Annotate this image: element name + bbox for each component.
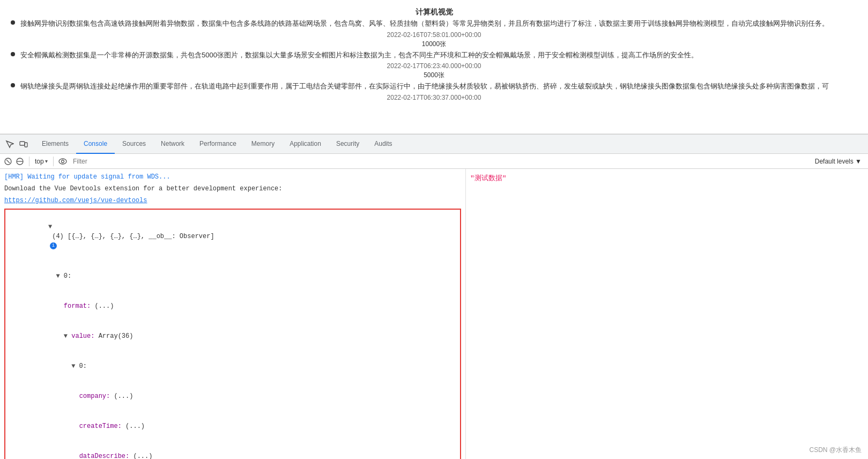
tab-audits[interactable]: Audits — [367, 135, 399, 154]
toolbar-divider-2 — [53, 157, 54, 166]
eye-icon[interactable] — [58, 157, 68, 166]
console-line-devtools: Download the Vue Devtools extension for … — [0, 183, 465, 195]
info-icon[interactable]: i — [50, 242, 57, 249]
bullet-text-1: 接触网异物识别数据集包含高速铁路接触网附着异物数据，数据集中包含多条线路的铁路基… — [20, 18, 829, 29]
devtools-icons — [4, 139, 29, 150]
bullet-item-2: 安全帽佩戴检测数据集是一个非常棒的开源数据集，共包含5000张图片，数据集以大量… — [11, 50, 857, 61]
bullet-dot-3 — [11, 83, 15, 87]
root-label: (4) [{…}, {…}, {…}, {…}, __ob__: Observe… — [48, 233, 214, 240]
bullet-text-2: 安全帽佩戴检测数据集是一个非常棒的开源数据集，共包含5000张图片，数据集以大量… — [20, 50, 698, 61]
context-selector-wrapper[interactable]: top ▾ — [35, 156, 48, 167]
tree-item-0: ▼ 0: — [8, 261, 458, 291]
object-tree-container: ▼ (4) [{…}, {…}, {…}, {…}, __ob__: Obser… — [4, 209, 461, 459]
timestamp-3: 2022-02-17T06:30:37.000+00:00 — [11, 94, 857, 101]
svg-point-6 — [59, 159, 66, 164]
vue-devtools-link[interactable]: https://github.com/vuejs/vue-devtools — [4, 197, 147, 204]
device-toolbar-icon[interactable] — [18, 139, 29, 150]
tab-performance[interactable]: Performance — [192, 135, 244, 154]
tab-console[interactable]: Console — [76, 135, 115, 154]
test-data-label: "测试数据" — [470, 173, 864, 183]
clear-console-icon[interactable] — [3, 157, 13, 166]
timestamp-1: 2022-02-16T07:58:01.000+00:00 — [11, 31, 857, 39]
console-line-link: https://github.com/vuejs/vue-devtools — [0, 195, 465, 206]
page-title: 计算机视觉 — [11, 8, 857, 17]
count-1: 10000张 — [11, 40, 857, 49]
count-2: 5000张 — [11, 71, 857, 80]
watermark: CSDN @水香木鱼 — [809, 446, 862, 455]
bullet-item-1: 接触网异物识别数据集包含高速铁路接触网附着异物数据，数据集中包含多条线路的铁路基… — [11, 18, 857, 29]
tree-item-company: company: (...) — [8, 381, 458, 411]
devtools-tabbar: Elements Console Sources Network Perform… — [0, 135, 868, 154]
tree-item-createtime: createTime: (...) — [8, 411, 458, 441]
tab-application[interactable]: Application — [282, 135, 329, 154]
devtools-panel: Elements Console Sources Network Perform… — [0, 134, 868, 459]
console-toolbar: top ▾ Default levels ▼ — [0, 154, 868, 169]
console-main[interactable]: [HMR] Waiting for update signal from WDS… — [0, 169, 466, 459]
console-line-hmr: [HMR] Waiting for update signal from WDS… — [0, 171, 465, 183]
context-selector[interactable]: top — [35, 158, 51, 165]
root-expand-arrow[interactable]: ▼ — [48, 223, 52, 231]
levels-button[interactable]: Default levels ▼ — [812, 158, 865, 165]
bullet-dot — [11, 20, 15, 25]
bullet-dot-2 — [11, 52, 15, 56]
tree-item-datadescribe: dataDescribe: (...) — [8, 441, 458, 459]
timestamp-2: 2022-02-17T06:23:40.000+00:00 — [11, 62, 857, 70]
svg-point-7 — [62, 160, 64, 162]
block-icon[interactable] — [15, 157, 25, 166]
svg-rect-1 — [25, 143, 27, 147]
svg-rect-0 — [20, 142, 25, 145]
tree-root[interactable]: ▼ (4) [{…}, {…}, {…}, {…}, __ob__: Obser… — [8, 212, 458, 261]
toolbar-divider-1 — [29, 157, 29, 166]
inspect-element-icon[interactable] — [4, 139, 15, 150]
tab-network[interactable]: Network — [153, 135, 192, 154]
tree-item-value: ▼ value: Array(36) — [8, 321, 458, 351]
filter-input[interactable] — [70, 156, 810, 167]
console-right-panel: "测试数据" — [466, 169, 868, 459]
console-area: [HMR] Waiting for update signal from WDS… — [0, 169, 868, 459]
tab-memory[interactable]: Memory — [244, 135, 282, 154]
page-content: 计算机视觉 接触网异物识别数据集包含高速铁路接触网附着异物数据，数据集中包含多条… — [0, 0, 868, 134]
bullet-item-3: 钢轨绝缘接头是两钢轨连接处起绝缘作用的重要零部件，在轨道电路中起到重要作用，属于… — [11, 81, 857, 92]
expand-0[interactable]: ▼ — [56, 272, 60, 280]
svg-line-3 — [6, 160, 10, 163]
bullet-text-3: 钢轨绝缘接头是两钢轨连接处起绝缘作用的重要零部件，在轨道电路中起到重要作用，属于… — [20, 81, 829, 92]
tab-security[interactable]: Security — [329, 135, 367, 154]
tab-elements[interactable]: Elements — [34, 135, 76, 154]
tab-sources[interactable]: Sources — [115, 135, 153, 154]
tree-item-sub0: ▼ 0: — [8, 351, 458, 381]
tree-item-format: format: (...) — [8, 291, 458, 321]
expand-value[interactable]: ▼ — [64, 332, 68, 340]
